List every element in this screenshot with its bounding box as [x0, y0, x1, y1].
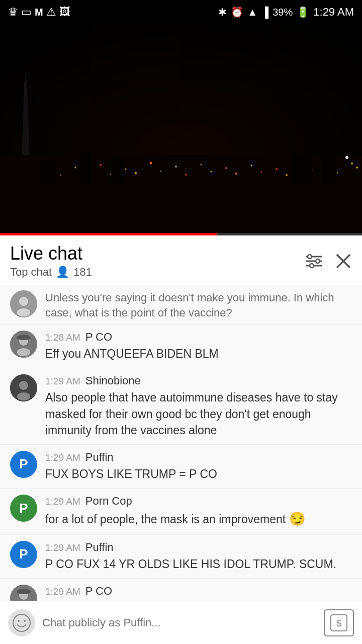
viewers-icon: 👤: [56, 266, 69, 279]
wifi-icon: ▲: [247, 7, 257, 18]
svg-point-62: [24, 620, 26, 622]
avatar-partial: [10, 290, 37, 317]
msg-meta-2: 1:29 AM Shinobione: [45, 374, 352, 387]
msg-time-4: 1:29 AM: [45, 496, 80, 507]
msg-body-3: 1:29 AM Puffin FUX BOYS LIKE TRUMP = P C…: [45, 451, 352, 482]
avatar-shinobione: [10, 374, 37, 401]
msg-text-4: for a lot of people, the mask is an impr…: [45, 510, 352, 528]
msg-text-3: FUX BOYS LIKE TRUMP = P CO: [45, 466, 352, 482]
msg-author-3: Puffin: [85, 451, 114, 464]
bluetooth-icon: ✱: [218, 6, 227, 18]
partial-body: Unless you're saying it doesn't make you…: [45, 290, 352, 321]
svg-point-21: [160, 171, 162, 172]
svg-point-7: [125, 169, 127, 170]
svg-point-5: [75, 167, 76, 169]
send-button[interactable]: $: [324, 609, 354, 636]
signal-icon: ▐: [261, 7, 268, 18]
svg-point-39: [308, 255, 312, 259]
svg-point-61: [18, 620, 20, 622]
msg-time-1: 1:28 AM: [45, 332, 80, 343]
warning-icon: ⚠: [46, 6, 56, 19]
status-icons-right: ✱ ⏰ ▲ ▐ 39% 🔋 1:29 AM: [218, 6, 354, 19]
svg-point-26: [286, 174, 288, 176]
svg-point-6: [100, 164, 102, 166]
avatar-puffin-1: P: [10, 451, 37, 478]
video-player[interactable]: [0, 24, 362, 235]
svg-text:$: $: [336, 618, 341, 628]
chat-input[interactable]: [42, 609, 317, 636]
svg-point-20: [135, 172, 137, 174]
alarm-icon: ⏰: [231, 6, 243, 18]
message-1: 1:28 AM P CO Eff you ANTQUEEFA BIDEN BLM: [0, 325, 362, 368]
svg-rect-34: [292, 155, 312, 185]
livechat-controls: [305, 253, 352, 270]
msg-body-1: 1:28 AM P CO Eff you ANTQUEEFA BIDEN BLM: [45, 331, 352, 362]
message-2: 1:29 AM Shinobione Also people that have…: [0, 368, 362, 445]
partial-text: Unless you're saying it doesn't make you…: [45, 290, 352, 321]
status-icons-left: ♛ ▭ M ⚠ 🖼: [8, 6, 70, 19]
message-4: P 1:29 AM Porn Cop for a lot of people, …: [0, 489, 362, 534]
svg-rect-59: [19, 589, 28, 593]
folder-icon: ▭: [21, 6, 32, 19]
msg-author-1: P CO: [85, 331, 112, 344]
svg-point-29: [345, 156, 348, 159]
msg-body-5: 1:29 AM Puffin P CO FUX 14 YR OLDS LIKE …: [45, 541, 352, 572]
time-display: 1:29 AM: [313, 6, 354, 19]
close-button[interactable]: [335, 253, 352, 270]
msg-time-5: 1:29 AM: [45, 542, 80, 553]
msg-text-2: Also people that have autoimmune disease…: [45, 389, 352, 438]
msg-meta-6: 1:29 AM P CO: [45, 585, 352, 598]
crown-icon: ♛: [8, 6, 18, 19]
video-content: [0, 24, 362, 235]
svg-point-16: [351, 163, 353, 165]
livechat-title-area: Live chat Top chat 👤 181: [10, 244, 92, 279]
svg-point-30: [356, 167, 358, 169]
svg-point-41: [310, 264, 314, 268]
livechat-header: Live chat Top chat 👤 181: [0, 235, 362, 285]
svg-point-13: [276, 168, 278, 170]
svg-rect-31: [40, 160, 55, 185]
svg-point-23: [211, 171, 212, 173]
msg-text-5: P CO FUX 14 YR OLDS LIKE HIS IDOL TRUMP.…: [45, 556, 352, 572]
msg-meta-4: 1:29 AM Porn Cop: [45, 495, 352, 508]
svg-point-10: [201, 164, 202, 166]
message-3: P 1:29 AM Puffin FUX BOYS LIKE TRUMP = P…: [0, 445, 362, 489]
svg-point-22: [185, 174, 187, 176]
status-bar: ♛ ▭ M ⚠ 🖼 ✱ ⏰ ▲ ▐ 39% 🔋 1:29 AM: [0, 0, 362, 24]
svg-point-17: [60, 175, 61, 176]
livechat-subtitle: Top chat 👤 181: [10, 266, 92, 279]
top-chat-label: Top chat: [10, 266, 52, 279]
svg-point-46: [17, 308, 30, 316]
message-partial: Unless you're saying it doesn't make you…: [0, 287, 362, 325]
svg-rect-33: [111, 157, 123, 185]
msg-meta-3: 1:29 AM Puffin: [45, 451, 352, 464]
svg-point-54: [17, 392, 30, 400]
chat-input-bar: $: [0, 601, 362, 644]
video-progress-fill: [0, 233, 217, 235]
msg-body-2: 1:29 AM Shinobione Also people that have…: [45, 374, 352, 438]
battery-icon: 🔋: [297, 6, 309, 18]
msg-author-5: Puffin: [85, 541, 114, 554]
msg-text-1: Eff you ANTQUEEFA BIDEN BLM: [45, 346, 352, 362]
msg-time-3: 1:29 AM: [45, 452, 80, 463]
filter-button[interactable]: [305, 254, 323, 269]
svg-point-24: [235, 173, 237, 175]
emoji-button[interactable]: [8, 609, 35, 636]
livechat-title: Live chat: [10, 244, 92, 264]
m-icon: M: [35, 7, 43, 18]
msg-meta-5: 1:29 AM Puffin: [45, 541, 352, 554]
video-progress-bar[interactable]: [0, 233, 362, 235]
viewer-count: 181: [73, 266, 92, 279]
avatar-puffin-2: P: [10, 541, 37, 568]
msg-time-6: 1:29 AM: [45, 586, 80, 597]
msg-time-2: 1:29 AM: [45, 376, 80, 387]
battery-percent: 39%: [273, 7, 293, 18]
svg-rect-51: [19, 335, 28, 339]
avatar-porncop: P: [10, 495, 37, 522]
svg-point-60: [13, 614, 30, 631]
svg-point-45: [19, 297, 28, 306]
msg-author-4: Porn Cop: [85, 495, 132, 508]
svg-point-53: [19, 381, 28, 390]
svg-point-49: [17, 348, 30, 356]
svg-point-9: [175, 166, 177, 168]
